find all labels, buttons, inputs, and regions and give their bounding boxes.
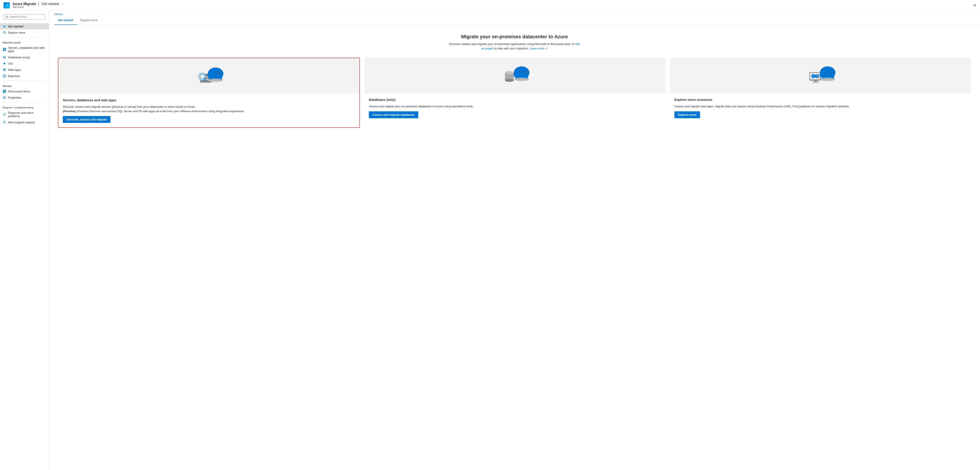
app-title: Azure Migrate xyxy=(13,2,36,6)
sidebar-item-properties[interactable]: Properties xyxy=(0,94,49,101)
servers-card-desc-main: Discover, assess and migrate servers (ph… xyxy=(63,105,196,108)
svg-point-13 xyxy=(4,32,5,33)
sidebar-label-get-started: Get started xyxy=(8,25,23,28)
sidebar-item-explore-more[interactable]: Explore more xyxy=(0,29,49,36)
sidebar-item-new-support-request[interactable]: New support request xyxy=(0,119,49,125)
app-logo xyxy=(3,2,10,8)
sidebar-item-discovered-items[interactable]: Discovered items xyxy=(0,88,49,94)
explore-more-btn[interactable]: Explore more xyxy=(675,111,700,118)
sidebar-label-properties: Properties xyxy=(8,96,21,99)
explore-card-body: Explore more scenarios Assess and migrat… xyxy=(670,93,971,128)
svg-point-77 xyxy=(814,75,817,78)
tab-get-started[interactable]: Get started xyxy=(54,16,77,25)
external-link-icon: ↗ xyxy=(545,47,548,50)
sidebar-item-web-apps[interactable]: Web apps xyxy=(0,67,49,73)
svg-rect-74 xyxy=(813,82,819,83)
hero-description: Discover, assess and migrate your on-pre… xyxy=(448,42,581,51)
assess-migrate-databases-btn[interactable]: Assess and migrate databases xyxy=(369,111,418,118)
sidebar-label-data-box: Data Box xyxy=(8,75,20,78)
svg-rect-83 xyxy=(821,78,835,79)
cloud-icon xyxy=(3,24,6,28)
globe-icon xyxy=(3,68,6,71)
close-button[interactable]: ✕ xyxy=(973,3,977,8)
svg-point-2 xyxy=(7,4,8,6)
sidebar-label-explore-more: Explore more xyxy=(8,31,25,34)
hero-title: Migrate your on-premises datacenter to A… xyxy=(58,34,971,40)
svg-rect-15 xyxy=(5,48,6,49)
top-bar: Azure Migrate | Get started ··· Microsof… xyxy=(0,0,980,11)
org-name: Microsoft xyxy=(13,6,64,9)
servers-card-body: Servers, databases and web apps Discover… xyxy=(58,94,360,127)
databases-card-title: Databases (only) xyxy=(369,98,661,102)
svg-rect-27 xyxy=(3,90,4,91)
compass-icon xyxy=(3,31,6,34)
hero-learn-more-link[interactable]: Learn more ↗ xyxy=(530,47,548,50)
svg-point-40 xyxy=(4,121,5,122)
cloud-small-icon xyxy=(3,62,6,65)
tab-explore-more[interactable]: Explore more xyxy=(77,16,101,25)
sidebar-section-manage: Manage xyxy=(0,82,49,88)
content-area: Home › Get started Explore more Migrate … xyxy=(49,11,980,470)
explore-scenarios-card: Explore more scenarios Assess and migrat… xyxy=(670,58,971,128)
servers-card-description: Discover, assess and migrate servers (ph… xyxy=(63,105,355,113)
discover-assess-migrate-btn[interactable]: Discover, assess and migrate xyxy=(63,116,110,123)
breadcrumb-chevron: › xyxy=(64,13,64,16)
sidebar-divider-1 xyxy=(3,37,46,37)
page-subtitle: Get started xyxy=(41,2,59,6)
sidebar-label-diagnose: Diagnose and solve problems xyxy=(8,111,46,118)
sidebar-label-servers: Servers, databases and web apps xyxy=(8,46,46,53)
svg-rect-31 xyxy=(4,91,5,92)
grid2-icon xyxy=(3,89,6,93)
sidebar-item-databases-only[interactable]: Databases (only) xyxy=(0,54,49,60)
search-box[interactable] xyxy=(3,14,45,20)
svg-point-39 xyxy=(3,115,4,116)
sidebar-divider-2 xyxy=(3,80,46,81)
search-input[interactable] xyxy=(10,15,43,19)
svg-rect-34 xyxy=(4,92,5,93)
servers-card-title: Servers, databases and web apps xyxy=(63,98,355,102)
svg-rect-28 xyxy=(4,90,5,91)
sidebar-label-databases: Databases (only) xyxy=(8,56,30,59)
preview-label: Preview xyxy=(64,110,75,113)
sidebar-section-migration-goals: Migration goals xyxy=(0,38,49,45)
svg-point-18 xyxy=(3,56,6,57)
servers-card-image xyxy=(58,58,360,94)
title-separator: | xyxy=(38,2,39,6)
grid-icon xyxy=(3,48,6,51)
svg-rect-17 xyxy=(5,50,6,51)
servers-card-desc-preview: (Preview) (Preview) Discover and assess … xyxy=(63,110,245,113)
sidebar-item-get-started[interactable]: Get started xyxy=(0,23,49,29)
svg-point-3 xyxy=(6,16,8,17)
sidebar-item-servers-databases-webapps[interactable]: Servers, databases and web apps xyxy=(0,45,49,54)
sidebar-item-data-box[interactable]: Data Box xyxy=(0,73,49,79)
explore-card-title: Explore more scenarios xyxy=(675,98,967,102)
svg-rect-55 xyxy=(208,79,223,80)
explore-card-image xyxy=(670,58,971,93)
svg-rect-25 xyxy=(4,75,5,75)
db-icon xyxy=(3,56,6,59)
sidebar-item-diagnose-solve[interactable]: Diagnose and solve problems xyxy=(0,110,49,119)
svg-point-11 xyxy=(5,25,6,27)
svg-rect-35 xyxy=(5,92,6,93)
sidebar-section-support: Support + troubleshooting xyxy=(0,103,49,110)
databases-card-image xyxy=(364,58,665,93)
sidebar-item-vdi[interactable]: VDI xyxy=(0,60,49,67)
sidebar-label-discovered-items: Discovered items xyxy=(8,90,30,93)
svg-rect-29 xyxy=(5,90,6,91)
sidebar-label-support-request: New support request xyxy=(8,121,35,124)
explore-card-description: Assess and migrate web apps, migrate dat… xyxy=(675,104,967,109)
sidebar-divider-3 xyxy=(3,102,46,102)
breadcrumb-home[interactable]: Home xyxy=(54,13,62,16)
bars-icon xyxy=(3,96,6,99)
sidebar-label-vdi: VDI xyxy=(8,62,13,65)
page-hero: Migrate your on-premises datacenter to A… xyxy=(58,34,971,51)
person-icon xyxy=(3,121,6,124)
svg-point-20 xyxy=(3,63,5,64)
svg-rect-61 xyxy=(505,75,514,75)
servers-card: Servers, databases and web apps Discover… xyxy=(58,58,360,128)
svg-rect-33 xyxy=(3,92,4,93)
more-options-icon[interactable]: ··· xyxy=(61,2,64,6)
svg-point-60 xyxy=(505,71,514,74)
databases-card-description: Assess and migrate your on-premises data… xyxy=(369,104,661,109)
svg-rect-63 xyxy=(505,78,514,78)
